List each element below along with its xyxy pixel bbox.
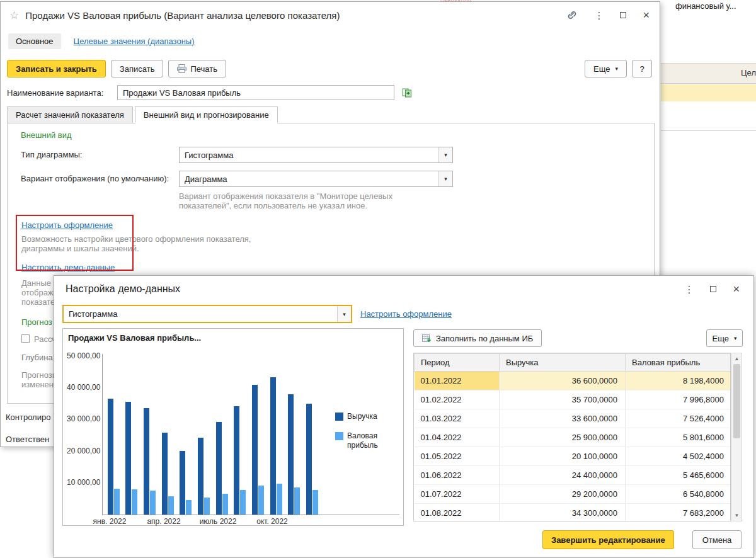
table-row[interactable]: 01.04.202225 900,00005 801,6000 xyxy=(415,428,731,447)
fill-from-db-button[interactable]: Заполнить по данным ИБ xyxy=(413,329,542,347)
chart-panel: Продажи VS Валовая прибыль... Выручка Ва… xyxy=(62,328,404,526)
cell-gross-profit[interactable]: 4 502,4000 xyxy=(626,447,731,466)
print-button[interactable]: Печать xyxy=(168,60,226,77)
maximize-button[interactable] xyxy=(710,286,716,292)
cell-gross-profit[interactable]: 5 465,6000 xyxy=(626,466,731,485)
legend-swatch-revenue xyxy=(335,413,343,421)
nav-tab-main[interactable]: Основное xyxy=(8,33,61,49)
cell-period[interactable]: 01.01.2022 xyxy=(415,372,500,390)
demo-chart-type-combo[interactable]: Гистограмма ▾ xyxy=(62,305,352,323)
bar-profit xyxy=(186,500,192,515)
column-header-gross-profit[interactable]: Валовая прибыль xyxy=(626,354,731,372)
cell-revenue[interactable]: 24 400,0000 xyxy=(500,466,626,485)
scroll-up-icon[interactable]: ▲ xyxy=(732,354,742,363)
fill-from-db-label: Заполнить по данным ИБ xyxy=(436,334,533,343)
toolbar: Записать и закрыть Записать Печать Еще ▾… xyxy=(7,60,652,77)
display-variant-combo[interactable]: Диаграмма ▾ xyxy=(179,171,453,187)
table-scrollbar[interactable]: ▲ ▼ xyxy=(731,353,742,521)
chart-type-label: Тип диаграммы: xyxy=(21,150,82,159)
scroll-down-icon[interactable]: ▼ xyxy=(732,511,742,520)
chart-type-value: Гистограмма xyxy=(180,147,438,162)
bar-revenue xyxy=(234,406,239,515)
cell-gross-profit[interactable]: 7 683,2000 xyxy=(626,504,731,522)
save-and-close-button[interactable]: Записать и закрыть xyxy=(7,60,106,77)
get-link-button[interactable] xyxy=(566,10,578,20)
pick-from-list-button[interactable] xyxy=(399,85,415,100)
cell-gross-profit[interactable]: 8 198,4000 xyxy=(626,372,731,390)
table-row[interactable]: 01.01.202236 600,00008 198,4000 xyxy=(415,372,731,390)
cell-period[interactable]: 01.05.2022 xyxy=(415,447,500,466)
cell-revenue[interactable]: 25 900,0000 xyxy=(500,428,626,447)
bar-profit xyxy=(277,484,282,515)
cancel-button[interactable]: Отмена xyxy=(692,530,742,549)
appearance-section-heading: Внешний вид xyxy=(21,130,72,140)
cell-period[interactable]: 01.02.2022 xyxy=(415,390,500,409)
close-button[interactable]: × xyxy=(643,9,650,21)
bar-group xyxy=(108,399,120,515)
cell-period[interactable]: 01.04.2022 xyxy=(415,428,500,447)
bar-profit xyxy=(132,489,137,515)
table-row[interactable]: 01.05.202220 100,00004 502,4000 xyxy=(415,447,731,466)
cell-period[interactable]: 01.03.2022 xyxy=(415,409,500,428)
variant-name-input[interactable] xyxy=(117,85,394,100)
forecast-section-heading-fragment: Прогноз xyxy=(21,317,52,327)
cell-revenue[interactable]: 33 600,0000 xyxy=(500,409,626,428)
configure-demo-data-link[interactable]: Настроить демо-данные xyxy=(21,263,115,272)
table-row[interactable]: 01.08.202234 300,00007 683,2000 xyxy=(415,504,731,522)
legend-item-profit: Валовая прибыль xyxy=(335,431,386,450)
chart-type-dropdown-button[interactable]: ▾ xyxy=(438,147,452,162)
cell-revenue[interactable]: 29 200,0000 xyxy=(500,485,626,504)
help-button[interactable]: ? xyxy=(632,60,652,77)
display-variant-dropdown-button[interactable]: ▾ xyxy=(438,171,452,186)
display-variant-hint: Вариант отображения показателя в "Монито… xyxy=(179,191,392,210)
close-button[interactable]: × xyxy=(733,283,740,295)
cell-gross-profit[interactable]: 7 996,8000 xyxy=(626,390,731,409)
demo-configure-style-link[interactable]: Настроить оформление xyxy=(360,309,452,319)
finish-editing-button[interactable]: Завершить редактирование xyxy=(542,530,674,549)
cell-gross-profit[interactable]: 5 801,6000 xyxy=(626,428,731,447)
table-row[interactable]: 01.02.202235 700,00007 996,8000 xyxy=(415,390,731,409)
cell-revenue[interactable]: 36 600,0000 xyxy=(500,372,626,390)
cell-period[interactable]: 01.07.2022 xyxy=(415,485,500,504)
more-button[interactable]: Еще ▾ xyxy=(585,60,627,77)
favorite-star-icon[interactable]: ☆ xyxy=(9,10,19,21)
window-title: Настройка демо-данных xyxy=(66,283,180,295)
forecast-checkbox[interactable] xyxy=(21,334,30,343)
print-label: Печать xyxy=(190,64,217,74)
depth-label-fragment: Глубина: xyxy=(21,353,55,362)
column-header-revenue[interactable]: Выручка xyxy=(500,354,626,372)
demo-more-button[interactable]: Еще ▾ xyxy=(706,329,743,347)
maximize-button[interactable] xyxy=(620,12,626,18)
bar-profit xyxy=(312,490,318,515)
chart-type-combo[interactable]: Гистограмма ▾ xyxy=(179,147,453,163)
y-axis-label: 40 000,00 xyxy=(67,383,100,392)
table-row[interactable]: 01.07.202229 200,00006 540,8000 xyxy=(415,485,731,504)
cell-revenue[interactable]: 20 100,0000 xyxy=(500,447,626,466)
configure-style-link[interactable]: Настроить оформление xyxy=(21,220,113,230)
cell-revenue[interactable]: 35 700,0000 xyxy=(500,390,626,409)
cell-gross-profit[interactable]: 6 540,8000 xyxy=(626,485,731,504)
maximize-icon xyxy=(710,286,716,292)
cell-period[interactable]: 01.06.2022 xyxy=(415,466,500,485)
chart-title: Продажи VS Валовая прибыль... xyxy=(68,333,201,343)
kebab-menu-button[interactable]: ⋮ xyxy=(684,285,694,294)
cell-period[interactable]: 01.08.2022 xyxy=(415,504,500,522)
bar-group xyxy=(144,408,156,515)
cell-gross-profit[interactable]: 7 526,4000 xyxy=(626,409,731,428)
nav-link-target-ranges[interactable]: Целевые значения (диапазоны) xyxy=(74,37,195,46)
table-row[interactable]: 01.06.202224 400,00005 465,6000 xyxy=(415,466,731,485)
legend-item-revenue: Выручка xyxy=(335,412,386,421)
tab-calculation[interactable]: Расчет значений показателя xyxy=(7,106,133,123)
scrollbar-thumb[interactable] xyxy=(733,364,740,438)
y-axis-label: 20 000,00 xyxy=(67,447,100,455)
window-demo-data: Настройка демо-данных ⋮ × Гистограмма ▾ … xyxy=(54,275,754,558)
variant-name-label: Наименование варианта: xyxy=(7,88,103,98)
cell-revenue[interactable]: 34 300,0000 xyxy=(500,504,626,522)
table-row[interactable]: 01.03.202233 600,00007 526,4000 xyxy=(415,409,731,428)
demo-chart-type-dropdown-button[interactable]: ▾ xyxy=(337,306,351,322)
save-button[interactable]: Записать xyxy=(111,60,164,77)
pick-list-icon xyxy=(401,88,413,98)
kebab-menu-button[interactable]: ⋮ xyxy=(594,11,604,20)
column-header-period[interactable]: Период xyxy=(415,354,500,372)
tab-appearance[interactable]: Внешний вид и прогнозирование xyxy=(135,106,278,123)
